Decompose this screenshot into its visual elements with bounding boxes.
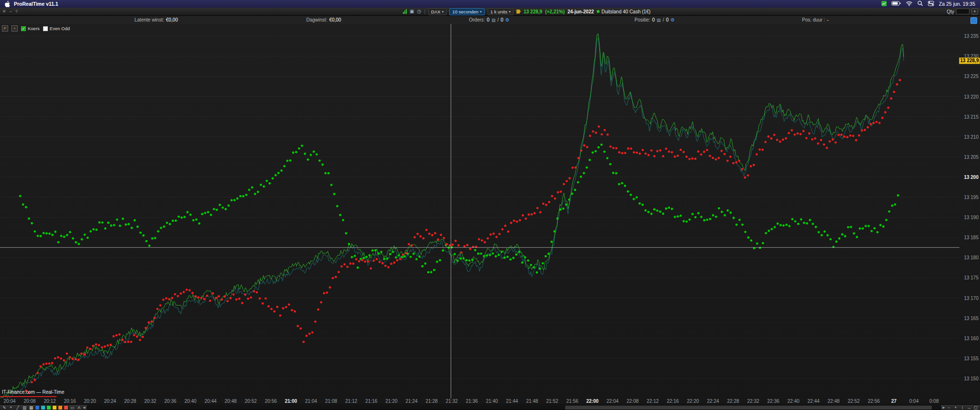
search-icon[interactable]: [917, 0, 923, 7]
eraser-tool-icon[interactable]: ▭: [69, 405, 75, 410]
app-name[interactable]: ProRealTime v11.1: [14, 1, 58, 7]
properties-icon[interactable]: P: [2, 25, 8, 32]
provider-red-line: [0, 396, 56, 397]
battery-icon[interactable]: [891, 1, 901, 7]
time-axis-label: 22:12: [646, 399, 658, 404]
price-axis[interactable]: 13 23513 23013 22513 22013 21513 21013 2…: [959, 24, 980, 399]
scroll-right-icon[interactable]: ▶: [943, 406, 945, 410]
trendline-tool-icon[interactable]: ╱: [15, 405, 21, 410]
time-axis-label: 21:20: [385, 399, 397, 404]
orders-status: Orders: 0 ▤ / 0 ⚙: [469, 17, 510, 22]
market-name[interactable]: Duitsland 40 Cash (1€): [597, 9, 650, 14]
legend-item-even-odd[interactable]: Even Odd: [43, 26, 70, 31]
crosshair-tool-icon[interactable]: ⌖: [8, 405, 14, 410]
day-profit-value: €0,00: [329, 17, 341, 22]
prorealtime-window: ProRealTime v11.1 Za 25 jun. 19:35 ✕ −: [0, 0, 980, 410]
legend-item-koers[interactable]: ✓ Koers: [21, 26, 40, 31]
slash: /: [663, 17, 664, 22]
time-axis-label: 20:04: [3, 399, 15, 404]
time-axis-label: 21:32: [445, 399, 457, 404]
help-icon[interactable]: ?: [15, 9, 18, 14]
time-axis-label: 21:04: [305, 399, 317, 404]
color-blue-swatch[interactable]: [35, 405, 40, 410]
position-status: Positie: 0 ▤ / 0 ⚙: [635, 17, 675, 22]
apple-menu-icon[interactable]: [5, 1, 10, 7]
time-axis-label: 20:16: [64, 399, 76, 404]
time-axis-label: 21:52: [546, 399, 558, 404]
units-select[interactable]: 1 k units ▾: [488, 8, 513, 15]
chart-canvas[interactable]: [0, 24, 959, 399]
position-duration: Pos. duur : -: [802, 17, 829, 22]
time-axis-label: 20:36: [164, 399, 176, 404]
price-axis-label: 13 185: [964, 235, 979, 240]
clock-icon[interactable]: ◷: [417, 9, 421, 14]
trading-panel-toggle-icon[interactable]: [970, 17, 977, 24]
zoom-in-icon[interactable]: +: [953, 405, 958, 410]
price-axis-label: 13 190: [964, 215, 979, 220]
position-settings-icon[interactable]: ⚙: [670, 17, 675, 22]
color-orange-swatch[interactable]: [58, 405, 63, 410]
time-axis-label: 22:08: [626, 399, 638, 404]
grid-icon[interactable]: ▦: [28, 405, 34, 410]
timeframe-label: 10 seconden: [452, 9, 478, 14]
zoom-out-icon[interactable]: −: [946, 405, 952, 410]
day-profit: Dagwinst: €0,00: [306, 17, 341, 22]
time-axis-label: 20:24: [104, 399, 116, 404]
price-axis-label: 13 235: [964, 33, 979, 39]
wifi-icon[interactable]: [906, 1, 913, 7]
koers-checkbox[interactable]: ✓: [21, 26, 26, 31]
close-icon[interactable]: ✕: [2, 9, 6, 14]
time-axis[interactable]: 20:0420:0820:1220:1620:2020:2420:2820:32…: [0, 399, 959, 404]
time-axis-label: 21:40: [486, 399, 498, 404]
position-label: Positie:: [635, 17, 650, 22]
time-axis-label: 22:36: [767, 399, 779, 404]
price-axis-label: 13 180: [964, 255, 979, 260]
zoom-horizontal-icon[interactable]: ↔: [966, 405, 972, 410]
screenshot-icon[interactable]: ▣: [410, 9, 414, 14]
market-label: Duitsland 40 Cash (1€): [601, 9, 650, 14]
even-odd-checkbox[interactable]: [43, 26, 48, 31]
pencil-tool-icon[interactable]: ✎: [1, 405, 7, 410]
zoom-tools-group: −+↕↔▢: [946, 405, 979, 410]
time-axis-label: 22:20: [687, 399, 699, 404]
toolbar-separator: |: [424, 9, 425, 14]
time-axis-label: 22:24: [707, 399, 719, 404]
price-axis-label: 13 205: [964, 155, 979, 160]
qty-input[interactable]: [956, 9, 969, 14]
time-axis-label: 22:40: [787, 399, 799, 404]
orders-settings-icon[interactable]: ⚙: [505, 17, 510, 22]
scrollbar-thumb[interactable]: [565, 406, 932, 410]
timeframe-select[interactable]: 10 seconden ▾: [449, 8, 484, 15]
price-change: (+2,21%): [545, 9, 565, 14]
time-scrollbar[interactable]: [87, 405, 940, 410]
prt-status-icon[interactable]: [881, 1, 887, 7]
minimize-icon[interactable]: −: [10, 9, 12, 14]
position-list-icon[interactable]: ▤: [657, 18, 661, 22]
last-price-tag: 13 228,9: [959, 57, 980, 64]
time-axis-label: 20:28: [124, 399, 136, 404]
color-red-swatch[interactable]: [64, 405, 68, 410]
price-axis-label: 13 200: [964, 175, 979, 180]
instrument-controls: ▣ ◷ | DAX ▾ 10 seconden ▾ 1 k units ▾ 13…: [403, 8, 650, 15]
orders-label: Orders:: [469, 17, 485, 22]
scroll-left-icon[interactable]: ◀: [83, 406, 85, 410]
zoom-vertical-icon[interactable]: ↕: [959, 405, 965, 410]
add-indicator-icon[interactable]: +: [11, 25, 18, 32]
chart-type-icon[interactable]: [403, 9, 407, 14]
control-center-icon[interactable]: [928, 1, 934, 7]
instrument-select[interactable]: DAX ▾: [428, 8, 447, 15]
text-tool-icon[interactable]: A: [76, 405, 82, 410]
color-cyan-swatch[interactable]: [41, 405, 45, 410]
market-open-dot-icon: [597, 10, 600, 13]
time-axis-label: 0:04: [909, 399, 918, 404]
menu-bar-clock[interactable]: Za 25 jun. 19:35: [939, 1, 975, 7]
price-axis-label: 13 160: [964, 336, 979, 341]
color-green-swatch[interactable]: [46, 405, 51, 410]
color-yellow-swatch[interactable]: [52, 405, 57, 410]
orders-list-icon[interactable]: ▤: [491, 18, 496, 22]
add-panel-button[interactable]: +: [971, 8, 978, 15]
provider-watermark: IT-Finance.com — Real-Time: [2, 389, 64, 395]
price-axis-label: 13 220: [964, 94, 979, 100]
reset-zoom-icon[interactable]: ▢: [973, 405, 979, 410]
chart-style-icon[interactable]: ▥: [22, 405, 27, 410]
